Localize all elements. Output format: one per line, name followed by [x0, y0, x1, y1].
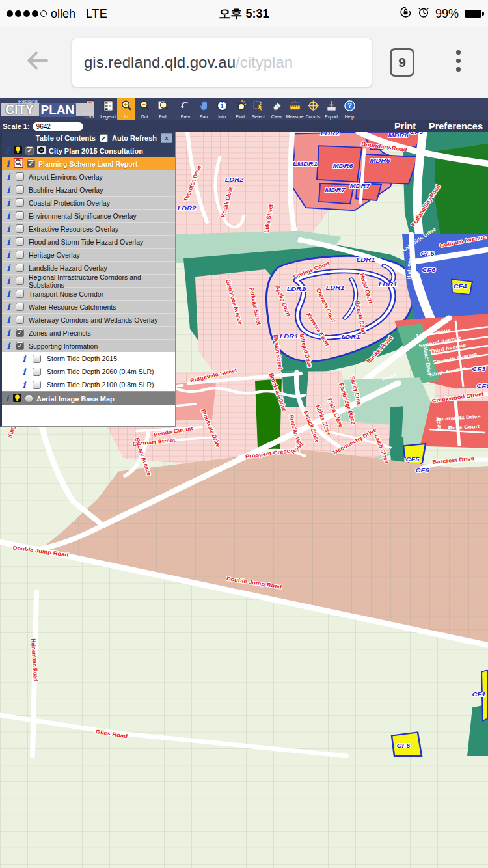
info-icon[interactable]: i [6, 198, 11, 207]
toc-layer-row[interactable]: iStorm Tide Depth 2060 (0.4m SLR) [2, 365, 175, 378]
layer-checkbox[interactable] [16, 224, 24, 233]
toolbar-button-export[interactable]: Export [322, 98, 340, 120]
toc-root-item[interactable]: i City Plan 2015 Consultation [2, 144, 175, 157]
info-icon[interactable]: i [6, 316, 11, 324]
toolbar-button-find[interactable]: Find [231, 98, 249, 120]
info-icon[interactable]: i [21, 368, 27, 376]
info-icon[interactable]: i [6, 251, 11, 259]
toc-layer-row[interactable]: iHeritage Overlay [2, 248, 175, 261]
info-icon[interactable]: i [5, 159, 10, 168]
layer-checkbox[interactable] [16, 303, 24, 311]
select-icon [252, 100, 265, 115]
layer-checkbox[interactable] [16, 329, 24, 337]
preferences-button[interactable]: Preferences [429, 121, 483, 131]
auto-refresh-checkbox[interactable] [100, 134, 108, 142]
layer-checkbox[interactable] [16, 251, 24, 259]
toc-layer-row[interactable]: iLandslide Hazard Overlay [2, 261, 175, 274]
toc-layer-row[interactable]: iCoastal Protection Overlay [2, 196, 175, 209]
toc-layer-row[interactable]: iFlood and Storm Tide Hazard Overlay [2, 235, 175, 248]
info-icon[interactable]: i [6, 224, 11, 233]
layer-checkbox[interactable] [16, 342, 24, 350]
toc-root-label: City Plan 2015 Consultation [49, 147, 143, 155]
toc-root-checkbox[interactable] [25, 146, 34, 155]
toc-layer-row[interactable]: iStorm Tide Depth 2015 [2, 352, 175, 365]
toolbar-button-prev[interactable]: Prev [176, 98, 195, 120]
toc-layer-row[interactable]: iExtractive Resources Overlay [2, 222, 175, 235]
export-icon [325, 100, 338, 115]
layer-checkbox[interactable] [16, 264, 24, 272]
info-icon[interactable]: i [6, 264, 11, 272]
layer-checkbox[interactable] [16, 198, 24, 207]
toolbar-button-out[interactable]: Out [135, 98, 154, 120]
toc-header: Table of Contents Auto Refresh x [2, 132, 175, 144]
layer-label: Zones and Precincts [29, 329, 91, 337]
report-tool-icon[interactable] [14, 158, 23, 169]
legend-icon [102, 100, 115, 115]
layer-checkbox[interactable] [33, 381, 41, 389]
info-icon[interactable]: i [6, 185, 11, 194]
layer-checkbox[interactable] [16, 211, 24, 220]
layer-checkbox[interactable] [33, 355, 41, 363]
info-icon[interactable]: i [6, 172, 11, 181]
toolbar-button-pan[interactable]: Pan [195, 98, 213, 120]
toc-close-button[interactable]: x [161, 133, 172, 143]
toolbar-button-full[interactable]: Full [154, 98, 172, 120]
toolbar-button-label: Export [325, 115, 338, 120]
lightbulb-icon[interactable] [14, 146, 22, 156]
info-icon[interactable]: i [21, 355, 27, 363]
toolbar-button-measure[interactable]: Measure [286, 98, 304, 120]
layer-checkbox[interactable] [16, 172, 24, 181]
toolbar-button-legend[interactable]: Legend [99, 98, 117, 120]
toolbar-button-clear[interactable]: Clear [267, 98, 286, 120]
info-icon[interactable]: i [5, 146, 10, 155]
zone-label: CF1 [472, 691, 486, 698]
layer-checkbox[interactable] [16, 277, 24, 285]
layer-checkbox[interactable] [16, 290, 24, 298]
collapse-icon[interactable] [37, 146, 46, 156]
toc-planning-checkbox[interactable] [27, 159, 35, 168]
zone-label: CF5 [406, 456, 420, 463]
layer-checkbox[interactable] [16, 316, 24, 324]
tab-count-button[interactable]: 9 [390, 48, 414, 77]
info-icon[interactable]: i [6, 329, 11, 337]
toc-layer-row[interactable]: iAirport Environs Overlay [2, 170, 175, 183]
toc-layer-row[interactable]: iRegional Infrastructure Corridors and S… [2, 274, 175, 287]
toolbar-button-help[interactable]: ?Help [340, 98, 359, 120]
info-icon[interactable]: i [6, 277, 11, 285]
layer-label: Regional Infrastructure Corridors and Su… [29, 273, 175, 289]
scale-input[interactable]: 9642 [33, 122, 83, 131]
toolbar-button-info[interactable]: iInfo [213, 98, 231, 120]
toc-aerial-checkbox[interactable] [25, 394, 33, 403]
layer-checkbox[interactable] [16, 237, 24, 246]
toolbar-button-in[interactable]: In [117, 98, 135, 120]
info-icon[interactable]: i [6, 342, 11, 350]
layer-checkbox[interactable] [33, 368, 41, 376]
toc-layer-row[interactable]: iZones and Precincts [2, 326, 175, 339]
info-icon[interactable]: i [6, 211, 11, 220]
toc-layer-row[interactable]: iWaterway Corridors and Wetlands Overlay [2, 313, 175, 326]
lightbulb-icon[interactable] [13, 394, 21, 403]
toc-item-aerial-basemap[interactable]: i Aerial Image Base Map [2, 391, 175, 405]
layer-label: Transport Noise Corridor [29, 290, 103, 298]
print-button[interactable]: Print [394, 121, 416, 131]
info-icon[interactable]: i [21, 381, 27, 389]
toolbar-button-select[interactable]: Select [249, 98, 267, 120]
toolbar-button-coords[interactable]: Coords [304, 98, 322, 120]
toc-layer-row[interactable]: iWater Resource Catchments [2, 300, 175, 313]
rotation-lock-icon [400, 6, 412, 21]
address-bar[interactable]: gis.redland.qld.gov.au/cityplan [72, 38, 372, 87]
toc-item-planning-scheme[interactable]: i Planning Scheme Land Report [2, 157, 175, 170]
toc-layer-row[interactable]: iBushfire Hazard Overlay [2, 183, 175, 196]
layer-checkbox[interactable] [16, 185, 24, 194]
browser-menu-button[interactable] [456, 50, 461, 72]
info-icon[interactable]: i [6, 303, 11, 311]
toc-layer-row[interactable]: iSupporting Information [2, 339, 175, 352]
info-icon[interactable]: i [6, 290, 11, 298]
zone-label: LMDR1 [293, 160, 318, 167]
toc-layer-row[interactable]: iEnvironmental Significance Overlay [2, 209, 175, 222]
toc-layer-row[interactable]: iStorm Tide Depth 2100 (0.8m SLR) [2, 378, 175, 391]
toc-layer-row[interactable]: iTransport Noise Corridor [2, 287, 175, 300]
info-icon[interactable]: i [6, 237, 11, 246]
info-icon[interactable]: i [5, 394, 10, 403]
back-button[interactable] [23, 47, 51, 74]
